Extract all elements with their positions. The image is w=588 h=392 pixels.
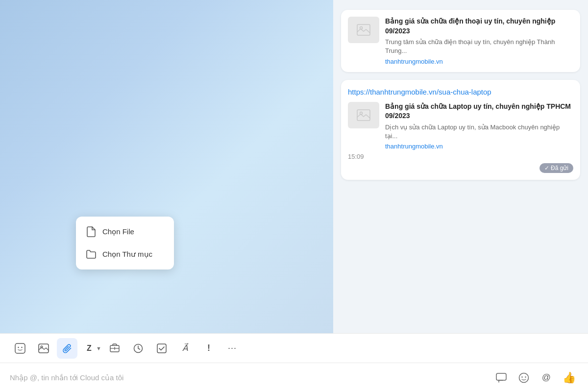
preview-content-2: Bảng giá sửa chữa Laptop uy tín, chuyên … xyxy=(385,102,573,150)
svg-point-16 xyxy=(521,376,522,377)
choose-file-item[interactable]: Chọn File xyxy=(76,220,174,243)
svg-point-5 xyxy=(18,346,19,347)
zulip-dropdown-arrow[interactable]: ▼ xyxy=(96,345,101,351)
input-right-buttons: @ 👍 xyxy=(492,368,578,387)
attach-button[interactable] xyxy=(57,338,77,359)
time-button[interactable] xyxy=(128,338,148,359)
todo-button[interactable] xyxy=(151,338,172,359)
svg-rect-13 xyxy=(157,344,166,353)
link-preview-2: Bảng giá sửa chữa Laptop uy tín, chuyên … xyxy=(348,102,573,150)
emoji2-button[interactable] xyxy=(514,368,533,387)
svg-point-17 xyxy=(525,376,526,377)
preview-domain-2[interactable]: thanhtrungmobile.vn xyxy=(385,143,573,150)
left-panel: Chọn File Chọn Thư mục xyxy=(0,0,333,333)
choose-folder-label: Chọn Thư mục xyxy=(102,250,152,259)
preview-title-2: Bảng giá sửa chữa Laptop uy tín, chuyên … xyxy=(385,102,573,121)
preview-content-1: Bảng giá sửa chữa điện thoại uy tín, chu… xyxy=(385,17,573,65)
message-2: https://thanhtrungmobile.vn/sua-chua-lap… xyxy=(341,80,580,180)
choose-folder-item[interactable]: Chọn Thư mục xyxy=(76,243,174,266)
preview-desc-2: Dịch vụ sửa chữa Laptop uy tín, sửa Macb… xyxy=(385,123,573,141)
mention-button[interactable] xyxy=(104,338,125,359)
chat-panel: Bảng giá sửa chữa điện thoại uy tín, chu… xyxy=(333,0,588,333)
svg-rect-4 xyxy=(15,343,25,353)
preview-domain-1[interactable]: thanhtrungmobile.vn xyxy=(385,58,573,65)
preview-image-2 xyxy=(348,102,379,128)
folder-icon xyxy=(86,249,97,260)
format-button[interactable]: A⃗ xyxy=(175,338,196,359)
preview-title-1: Bảng giá sửa chữa điện thoại uy tín, chu… xyxy=(385,17,573,36)
svg-point-15 xyxy=(519,373,529,382)
exclaim-button[interactable]: ! xyxy=(198,338,219,359)
message-url[interactable]: https://thanhtrungmobile.vn/sua-chua-lap… xyxy=(348,87,573,97)
toolbar: Z ▼ A⃗ ! ··· xyxy=(0,333,588,363)
input-placeholder[interactable]: Nhập @, tin nhắn tới Cloud của tôi xyxy=(10,373,486,382)
at-button[interactable]: @ xyxy=(537,368,556,387)
choose-file-label: Chọn File xyxy=(102,227,134,236)
popup-menu: Chọn File Chọn Thư mục xyxy=(76,217,174,270)
svg-point-6 xyxy=(21,346,22,347)
preview-image-1 xyxy=(348,17,379,43)
preview-desc-1: Trung tâm sửa chữa điện thoại uy tín, ch… xyxy=(385,38,573,55)
link-preview-1: Bảng giá sửa chữa điện thoại uy tín, chu… xyxy=(348,17,573,65)
zulip-button[interactable]: Z xyxy=(80,338,98,359)
zulip-button-group: Z ▼ xyxy=(80,338,101,359)
file-icon xyxy=(86,226,97,237)
image-button[interactable] xyxy=(33,338,54,359)
input-area: Nhập @, tin nhắn tới Cloud của tôi @ 👍 xyxy=(0,363,588,392)
thumb-button[interactable]: 👍 xyxy=(560,368,578,387)
more-button[interactable]: ··· xyxy=(222,338,243,359)
svg-rect-14 xyxy=(496,373,506,380)
emoji-button[interactable] xyxy=(10,338,30,359)
sent-badge: ✓ Đã gửi xyxy=(539,163,573,173)
message-time: 15:09 xyxy=(348,153,573,160)
message-1: Bảng giá sửa chữa điện thoại uy tín, chu… xyxy=(341,10,580,72)
sent-status: ✓ Đã gửi xyxy=(348,163,573,173)
reply-button[interactable] xyxy=(492,368,511,387)
